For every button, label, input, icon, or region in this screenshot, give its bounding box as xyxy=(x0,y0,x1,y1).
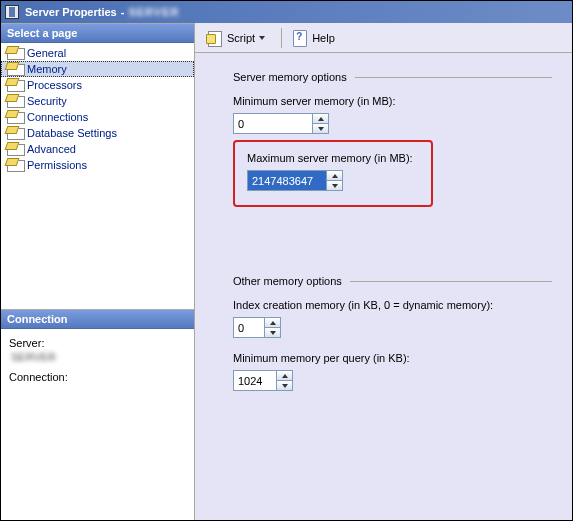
group-divider xyxy=(355,77,552,78)
title-dash: - xyxy=(121,6,125,18)
sidebar-item-label: Memory xyxy=(27,63,67,75)
max-memory-highlight: Maximum server memory (in MB): xyxy=(233,140,433,207)
spinner-up[interactable] xyxy=(265,318,280,328)
sidebar-item-advanced[interactable]: Advanced xyxy=(1,141,194,157)
help-button-label: Help xyxy=(312,32,335,44)
other-memory-group-label: Other memory options xyxy=(233,275,342,287)
page-icon xyxy=(7,110,23,124)
spinner-up[interactable] xyxy=(313,114,328,124)
server-memory-group-label: Server memory options xyxy=(233,71,347,83)
sidebar-item-label: Security xyxy=(27,95,67,107)
sidebar-item-connections[interactable]: Connections xyxy=(1,109,194,125)
server-memory-group: Server memory options Minimum server mem… xyxy=(233,71,552,207)
window-title-server: SERVER xyxy=(128,6,179,18)
connection-body: Server: SERVER Connection: xyxy=(1,329,194,522)
right-pane: Script Help Server memory options Minimu… xyxy=(195,23,572,521)
min-server-memory-spinner[interactable] xyxy=(233,113,329,134)
title-bar: Server Properties - SERVER xyxy=(1,1,572,23)
spinner-up[interactable] xyxy=(327,171,342,181)
app-icon xyxy=(5,5,19,19)
min-query-input[interactable] xyxy=(234,371,276,390)
index-creation-spinner[interactable] xyxy=(233,317,281,338)
max-server-memory-spinner[interactable] xyxy=(247,170,343,191)
arrow-up-icon xyxy=(318,117,324,121)
other-memory-group: Other memory options Index creation memo… xyxy=(233,275,552,391)
min-server-memory-label: Minimum server memory (in MB): xyxy=(233,95,552,107)
page-icon xyxy=(7,46,23,60)
connection-header: Connection xyxy=(1,309,194,329)
page-icon xyxy=(7,78,23,92)
toolbar-separator xyxy=(281,28,282,48)
script-button[interactable]: Script xyxy=(201,28,277,48)
toolbar: Script Help xyxy=(195,23,572,53)
page-icon xyxy=(7,142,23,156)
arrow-down-icon xyxy=(282,384,288,388)
left-pane: Select a page General Memory Processors … xyxy=(1,23,195,521)
page-icon xyxy=(7,94,23,108)
page-icon xyxy=(7,62,23,76)
arrow-down-icon xyxy=(318,127,324,131)
dropdown-arrow-icon xyxy=(259,36,265,40)
arrow-up-icon xyxy=(282,374,288,378)
arrow-down-icon xyxy=(332,184,338,188)
max-server-memory-label: Maximum server memory (in MB): xyxy=(247,152,413,164)
max-server-memory-input[interactable] xyxy=(248,171,326,190)
min-query-spinner[interactable] xyxy=(233,370,293,391)
window-title-prefix: Server Properties xyxy=(25,6,117,18)
sidebar-item-database-settings[interactable]: Database Settings xyxy=(1,125,194,141)
sidebar-item-processors[interactable]: Processors xyxy=(1,77,194,93)
arrow-up-icon xyxy=(332,174,338,178)
spinner-down[interactable] xyxy=(265,328,280,337)
group-divider xyxy=(350,281,552,282)
sidebar-item-label: Connections xyxy=(27,111,88,123)
connection-label: Connection: xyxy=(9,371,186,383)
server-label: Server: xyxy=(9,337,186,349)
index-creation-input[interactable] xyxy=(234,318,264,337)
sidebar-item-security[interactable]: Security xyxy=(1,93,194,109)
sidebar-item-label: Permissions xyxy=(27,159,87,171)
spinner-down[interactable] xyxy=(327,181,342,190)
page-list: General Memory Processors Security Conne… xyxy=(1,43,194,175)
spinner-down[interactable] xyxy=(277,381,292,390)
sidebar-item-permissions[interactable]: Permissions xyxy=(1,157,194,173)
page-icon xyxy=(7,158,23,172)
sidebar-item-label: Processors xyxy=(27,79,82,91)
sidebar-item-memory[interactable]: Memory xyxy=(1,61,194,77)
sidebar-item-label: General xyxy=(27,47,66,59)
sidebar-item-general[interactable]: General xyxy=(1,45,194,61)
arrow-up-icon xyxy=(270,321,276,325)
script-icon xyxy=(207,30,223,46)
select-page-header: Select a page xyxy=(1,23,194,43)
sidebar-item-label: Database Settings xyxy=(27,127,117,139)
server-value: SERVER xyxy=(11,351,186,363)
spinner-up[interactable] xyxy=(277,371,292,381)
min-server-memory-input[interactable] xyxy=(234,114,312,133)
page-icon xyxy=(7,126,23,140)
min-query-label: Minimum memory per query (in KB): xyxy=(233,352,552,364)
spinner-down[interactable] xyxy=(313,124,328,133)
arrow-down-icon xyxy=(270,331,276,335)
help-icon xyxy=(292,30,308,46)
content-area: Server memory options Minimum server mem… xyxy=(195,53,572,429)
help-button[interactable]: Help xyxy=(286,28,341,48)
index-creation-label: Index creation memory (in KB, 0 = dynami… xyxy=(233,299,552,311)
script-button-label: Script xyxy=(227,32,255,44)
sidebar-item-label: Advanced xyxy=(27,143,76,155)
